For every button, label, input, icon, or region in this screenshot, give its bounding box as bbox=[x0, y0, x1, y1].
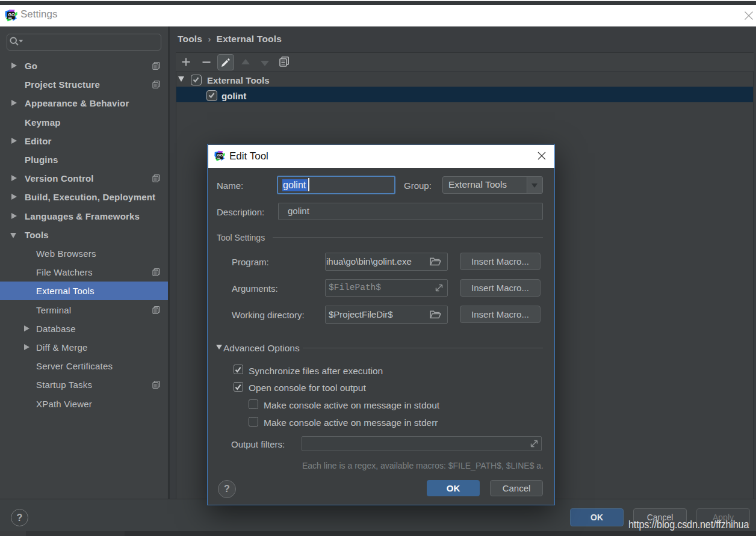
svg-text:GO: GO bbox=[8, 13, 15, 17]
svg-text:GO: GO bbox=[217, 153, 223, 157]
